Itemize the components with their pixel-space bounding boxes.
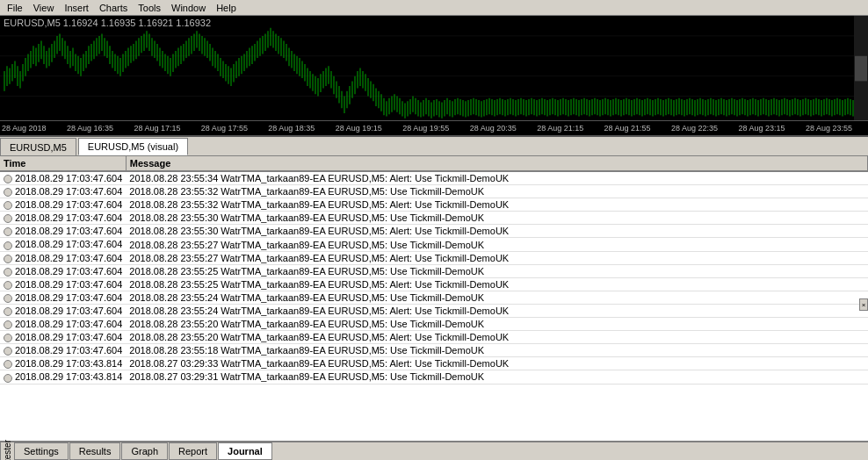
- time-label: 28 Aug 2018: [2, 124, 47, 133]
- table-row[interactable]: 2018.08.29 17:03:43.8142018.08.27 03:29:…: [0, 357, 868, 370]
- cell-message: 2018.08.28 23:55:32 WatrTMA_tarkaan89-EA…: [126, 198, 867, 212]
- menu-item-tools[interactable]: Tools: [133, 2, 166, 14]
- row-icon: [4, 188, 12, 197]
- cell-time: 2018.08.29 17:03:47.604: [0, 331, 126, 344]
- time-label: 28 Aug 16:35: [67, 124, 113, 133]
- cell-time: 2018.08.29 17:03:47.604: [0, 318, 126, 331]
- tab-graph[interactable]: Graph: [121, 442, 168, 460]
- row-icon: [4, 347, 12, 356]
- chart-canvas: [0, 16, 868, 120]
- cell-time: 2018.08.29 17:03:43.814: [0, 357, 126, 370]
- time-label: 28 Aug 22:35: [671, 124, 718, 133]
- cell-message: 2018.08.28 23:55:24 WatrTMA_tarkaan89-EA…: [126, 304, 867, 317]
- table-row[interactable]: 2018.08.29 17:03:47.6042018.08.28 23:55:…: [0, 318, 868, 331]
- chart-area: EURUSD,M5 1.16924 1.16935 1.16921 1.1693…: [0, 16, 868, 121]
- table-row[interactable]: 2018.08.29 17:03:47.6042018.08.28 23:55:…: [0, 212, 868, 225]
- cell-time: 2018.08.29 17:03:47.604: [0, 185, 126, 198]
- cell-time: 2018.08.29 17:03:47.604: [0, 344, 126, 357]
- row-icon: [4, 175, 12, 183]
- time-label: 28 Aug 21:15: [537, 124, 583, 133]
- table-row[interactable]: 2018.08.29 17:03:47.6042018.08.28 23:55:…: [0, 344, 868, 357]
- time-label: 28 Aug 23:15: [738, 124, 785, 133]
- menu-item-window[interactable]: Window: [166, 2, 211, 14]
- chart-tabs: EURUSD,M5 EURUSD,M5 (visual): [0, 137, 868, 156]
- menu-item-file[interactable]: File: [2, 2, 28, 14]
- cell-message: 2018.08.28 23:55:18 WatrTMA_tarkaan89-EA…: [126, 344, 867, 357]
- cell-time: 2018.08.29 17:03:43.814: [0, 370, 126, 384]
- time-axis: 28 Aug 201828 Aug 16:3528 Aug 17:1528 Au…: [0, 121, 868, 137]
- row-icon: [4, 214, 12, 223]
- menu-item-view[interactable]: View: [28, 2, 60, 14]
- time-label: 28 Aug 17:55: [201, 124, 248, 133]
- cell-time: 2018.08.29 17:03:47.604: [0, 171, 126, 185]
- row-icon: [4, 268, 12, 277]
- row-icon: [4, 307, 12, 316]
- time-label: 28 Aug 23:55: [806, 124, 852, 133]
- cell-time: 2018.08.29 17:03:47.604: [0, 277, 126, 291]
- bottom-tabs: tester Settings Results Graph Report Jou…: [0, 441, 868, 460]
- row-icon: [4, 360, 12, 369]
- table-row[interactable]: 2018.08.29 17:03:47.6042018.08.28 23:55:…: [0, 264, 868, 277]
- row-icon: [4, 374, 12, 383]
- row-icon: [4, 334, 12, 342]
- row-icon: [4, 255, 12, 263]
- cell-message: 2018.08.28 23:55:32 WatrTMA_tarkaan89-EA…: [126, 185, 867, 198]
- cell-time: 2018.08.29 17:03:47.604: [0, 304, 126, 317]
- cell-message: 2018.08.28 23:55:24 WatrTMA_tarkaan89-EA…: [126, 291, 867, 304]
- tab-settings[interactable]: Settings: [14, 442, 69, 460]
- tab-journal[interactable]: Journal: [218, 442, 272, 460]
- col-header-time: Time: [0, 156, 126, 171]
- cell-time: 2018.08.29 17:03:47.604: [0, 238, 126, 251]
- table-row[interactable]: 2018.08.29 17:03:47.6042018.08.28 23:55:…: [0, 238, 868, 251]
- table-row[interactable]: 2018.08.29 17:03:47.6042018.08.28 23:55:…: [0, 251, 868, 264]
- table-row[interactable]: 2018.08.29 17:03:43.8142018.08.27 03:29:…: [0, 370, 868, 384]
- journal-table-container[interactable]: Time Message 2018.08.29 17:03:47.6042018…: [0, 156, 868, 441]
- cell-time: 2018.08.29 17:03:47.604: [0, 264, 126, 277]
- table-row[interactable]: 2018.08.29 17:03:47.6042018.08.28 23:55:…: [0, 331, 868, 344]
- row-icon: [4, 294, 12, 303]
- table-row[interactable]: 2018.08.29 17:03:47.6042018.08.28 23:55:…: [0, 185, 868, 198]
- row-icon: [4, 320, 12, 329]
- tab-results[interactable]: Results: [69, 442, 121, 460]
- time-label: 28 Aug 19:55: [402, 124, 449, 133]
- cell-time: 2018.08.29 17:03:47.604: [0, 198, 126, 212]
- row-icon: [4, 241, 12, 250]
- cell-time: 2018.08.29 17:03:47.604: [0, 212, 126, 225]
- table-row[interactable]: 2018.08.29 17:03:47.6042018.08.28 23:55:…: [0, 198, 868, 212]
- cell-message: 2018.08.28 23:55:20 WatrTMA_tarkaan89-EA…: [126, 331, 867, 344]
- close-button[interactable]: ×: [859, 298, 868, 311]
- time-label: 28 Aug 20:35: [470, 124, 517, 133]
- time-label: 28 Aug 19:15: [336, 124, 382, 133]
- cell-message: 2018.08.28 23:55:25 WatrTMA_tarkaan89-EA…: [126, 264, 867, 277]
- time-axis-labels: 28 Aug 201828 Aug 16:3528 Aug 17:1528 Au…: [0, 124, 854, 133]
- menu-item-charts[interactable]: Charts: [94, 2, 133, 14]
- cell-time: 2018.08.29 17:03:47.604: [0, 225, 126, 238]
- cell-message: 2018.08.27 03:29:31 WatrTMA_tarkaan89-EA…: [126, 370, 867, 384]
- table-row[interactable]: 2018.08.29 17:03:47.6042018.08.28 23:55:…: [0, 171, 868, 185]
- row-icon: [4, 281, 12, 290]
- time-label: 28 Aug 17:15: [134, 124, 180, 133]
- menu-item-help[interactable]: Help: [211, 2, 242, 14]
- row-icon: [4, 201, 12, 210]
- cell-message: 2018.08.28 23:55:20 WatrTMA_tarkaan89-EA…: [126, 318, 867, 331]
- journal-tbody: 2018.08.29 17:03:47.6042018.08.28 23:55:…: [0, 171, 868, 384]
- time-label: 28 Aug 21:55: [604, 124, 651, 133]
- table-row[interactable]: 2018.08.29 17:03:47.6042018.08.28 23:55:…: [0, 277, 868, 291]
- chart-title: EURUSD,M5 1.16924 1.16935 1.16921 1.1693…: [4, 18, 211, 28]
- table-row[interactable]: 2018.08.29 17:03:47.6042018.08.28 23:55:…: [0, 304, 868, 317]
- svg-rect-329: [855, 56, 867, 82]
- chart-tab-eurusdm5[interactable]: EURUSD,M5: [0, 138, 76, 155]
- cell-time: 2018.08.29 17:03:47.604: [0, 291, 126, 304]
- table-row[interactable]: 2018.08.29 17:03:47.6042018.08.28 23:55:…: [0, 291, 868, 304]
- cell-message: 2018.08.28 23:55:30 WatrTMA_tarkaan89-EA…: [126, 212, 867, 225]
- main-container: File View Insert Charts Tools Window Hel…: [0, 0, 868, 460]
- cell-message: 2018.08.28 23:55:34 WatrTMA_tarkaan89-EA…: [126, 171, 867, 185]
- cell-message: 2018.08.28 23:55:27 WatrTMA_tarkaan89-EA…: [126, 251, 867, 264]
- menu-item-insert[interactable]: Insert: [59, 2, 94, 14]
- tab-report[interactable]: Report: [169, 442, 217, 460]
- col-header-message: Message: [126, 156, 867, 171]
- cell-message: 2018.08.28 23:55:27 WatrTMA_tarkaan89-EA…: [126, 238, 867, 251]
- chart-tab-eurusdm5-visual[interactable]: EURUSD,M5 (visual): [78, 138, 188, 155]
- journal-panel: Time Message 2018.08.29 17:03:47.6042018…: [0, 156, 868, 441]
- table-row[interactable]: 2018.08.29 17:03:47.6042018.08.28 23:55:…: [0, 225, 868, 238]
